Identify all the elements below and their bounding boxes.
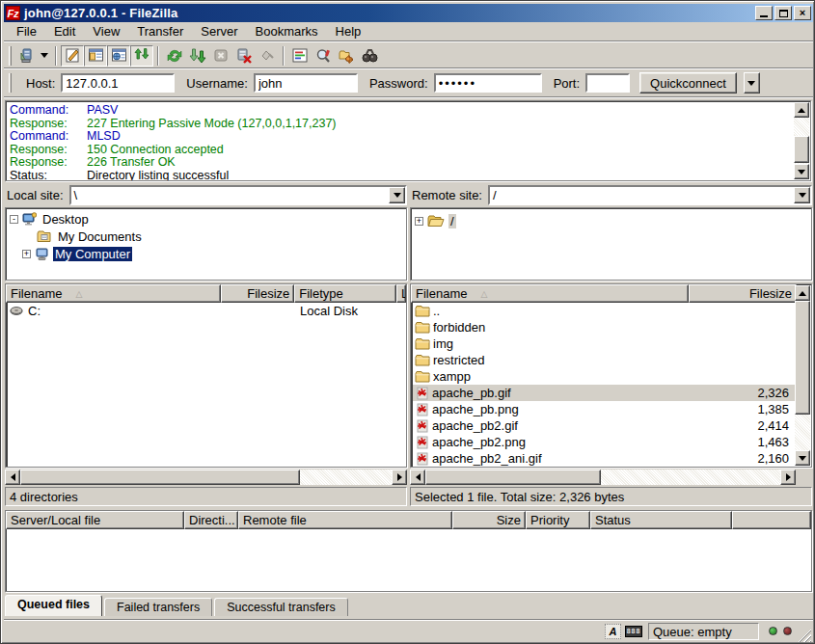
file-row[interactable]: forbidden <box>413 319 795 335</box>
transfer-queue[interactable]: Server/Local file Directi... Remote file… <box>5 510 812 592</box>
menu-file[interactable]: File <box>8 22 45 40</box>
toggle-local-tree-button[interactable] <box>84 45 107 67</box>
scroll-left-button[interactable] <box>5 470 20 485</box>
remote-site-combobox[interactable]: / <box>488 185 812 205</box>
toggle-queue-button[interactable] <box>130 45 153 67</box>
local-list-body[interactable]: C: Local Disk <box>7 303 405 467</box>
minimize-button[interactable] <box>755 6 773 20</box>
password-input[interactable] <box>434 73 542 93</box>
sort-ascending-icon: △ <box>480 289 487 299</box>
refresh-button[interactable] <box>163 45 186 67</box>
toggle-log-icon <box>65 47 81 64</box>
file-row-c-drive[interactable]: C: Local Disk <box>8 303 405 319</box>
quickconnect-dropdown[interactable] <box>744 72 760 94</box>
column-header-size[interactable]: Size <box>452 511 526 529</box>
expand-icon[interactable]: + <box>22 250 31 258</box>
tab-queued-files[interactable]: Queued files <box>5 595 102 616</box>
remote-scroll-down-button[interactable] <box>795 450 810 466</box>
quickconnect-gripper[interactable] <box>9 73 12 93</box>
file-row[interactable]: img <box>413 335 795 352</box>
tree-item-my-documents[interactable]: My Documents <box>10 228 406 245</box>
log-scroll-down-button[interactable] <box>794 164 809 179</box>
remote-list-body[interactable]: .. forbidden img restricted xampp <box>412 303 795 467</box>
column-header-status[interactable]: Status <box>590 511 732 529</box>
menu-edit[interactable]: Edit <box>45 22 84 40</box>
remote-scrollbar-thumb[interactable] <box>795 301 810 415</box>
close-button[interactable]: × <box>794 6 811 20</box>
quickconnect-button[interactable]: Quickconnect <box>639 72 737 94</box>
file-row[interactable]: apache_pb2_ani.gif 2,160 <box>413 450 795 467</box>
remote-site-dropdown[interactable] <box>794 187 810 203</box>
remote-file-list[interactable]: Filename △ Filesize .. forbidden img <box>410 283 812 468</box>
remote-horizontal-scrollbar[interactable] <box>410 470 796 485</box>
remote-scroll-up-button[interactable] <box>795 285 810 301</box>
local-site-dropdown[interactable] <box>389 187 405 203</box>
data-type-indicator-icon[interactable]: A <box>605 624 621 639</box>
menu-view[interactable]: View <box>84 22 128 40</box>
speed-limit-icon[interactable]: 888 <box>625 626 642 637</box>
site-manager-dropdown[interactable] <box>38 45 51 67</box>
file-row[interactable]: apache_pb2.gif 2,414 <box>413 417 795 434</box>
file-row[interactable]: xampp <box>413 368 795 385</box>
tree-item-my-computer[interactable]: + My Computer <box>10 245 406 262</box>
file-row[interactable]: apache_pb.png 1,385 <box>413 401 795 417</box>
scroll-left-button[interactable] <box>410 470 425 485</box>
column-header-filetype[interactable]: Filetype <box>294 284 396 303</box>
column-header-lastmodified[interactable]: L <box>396 284 406 303</box>
maximize-button[interactable] <box>774 6 792 20</box>
message-log[interactable]: Command:PASV Response:227 Entering Passi… <box>5 100 811 181</box>
toolbar-gripper[interactable] <box>9 46 12 66</box>
resize-grip[interactable] <box>798 629 811 642</box>
column-header-remote-file[interactable]: Remote file <box>238 511 452 529</box>
file-row[interactable]: apache_pb2.png 1,463 <box>413 434 795 450</box>
filter-button[interactable] <box>288 45 312 67</box>
find-files-button[interactable] <box>358 45 381 67</box>
synchronized-browsing-button[interactable] <box>335 45 358 67</box>
site-manager-button[interactable] <box>14 45 38 67</box>
tree-item-root[interactable]: + / <box>415 212 811 229</box>
local-file-list[interactable]: Filename △ Filesize Filetype L C: <box>5 283 407 468</box>
filezilla-app-icon[interactable]: Fz <box>6 6 20 20</box>
port-input[interactable] <box>585 73 630 93</box>
menu-server[interactable]: Server <box>192 22 246 40</box>
toggle-log-button[interactable] <box>61 45 84 67</box>
local-site-combobox[interactable]: \ <box>69 185 407 205</box>
toggle-remote-tree-button[interactable] <box>107 45 130 67</box>
disconnect-button[interactable] <box>232 45 256 67</box>
menu-bookmarks[interactable]: Bookmarks <box>247 22 327 40</box>
tab-failed-transfers[interactable]: Failed transfers <box>104 598 212 616</box>
column-header-filename[interactable]: Filename △ <box>411 284 689 303</box>
scroll-right-button[interactable] <box>780 470 796 485</box>
file-row[interactable]: restricted <box>413 352 795 368</box>
file-row-selected[interactable]: apache_pb.gif 2,326 <box>413 385 795 401</box>
menu-help[interactable]: Help <box>327 22 370 40</box>
tree-item-desktop[interactable]: - Desktop <box>10 210 406 228</box>
column-header-server-local-file[interactable]: Server/Local file <box>6 511 184 529</box>
directory-comparison-button[interactable] <box>312 45 335 67</box>
column-header-filesize[interactable]: Filesize <box>689 284 797 303</box>
log-scroll-up-button[interactable] <box>794 102 809 118</box>
column-header-filename[interactable]: Filename △ <box>6 284 221 303</box>
collapse-icon[interactable]: - <box>10 215 18 224</box>
log-scrollbar-thumb[interactable] <box>794 136 809 163</box>
host-input[interactable] <box>61 73 175 93</box>
process-queue-button[interactable] <box>186 45 209 67</box>
menu-transfer[interactable]: Transfer <box>128 22 192 40</box>
file-row[interactable]: .. <box>413 303 795 319</box>
column-header-direction[interactable]: Directi... <box>184 511 238 529</box>
reconnect-button[interactable] <box>256 45 279 67</box>
title-bar[interactable]: Fz john@127.0.0.1 - FileZilla × <box>4 4 813 22</box>
scrollbar-thumb[interactable] <box>425 470 601 485</box>
cancel-button[interactable] <box>209 45 232 67</box>
scrollbar-thumb[interactable] <box>20 470 300 485</box>
expand-icon[interactable]: + <box>415 217 423 226</box>
column-header-filesize[interactable]: Filesize <box>221 284 294 303</box>
tab-successful-transfers[interactable]: Successful transfers <box>214 598 348 616</box>
local-horizontal-scrollbar[interactable] <box>5 470 407 485</box>
column-header-priority[interactable]: Priority <box>526 511 590 529</box>
local-tree[interactable]: - Desktop My D <box>5 207 407 281</box>
queue-body[interactable] <box>7 530 810 590</box>
scroll-right-button[interactable] <box>392 470 407 485</box>
remote-tree[interactable]: + / <box>410 207 812 281</box>
username-input[interactable] <box>254 73 358 93</box>
